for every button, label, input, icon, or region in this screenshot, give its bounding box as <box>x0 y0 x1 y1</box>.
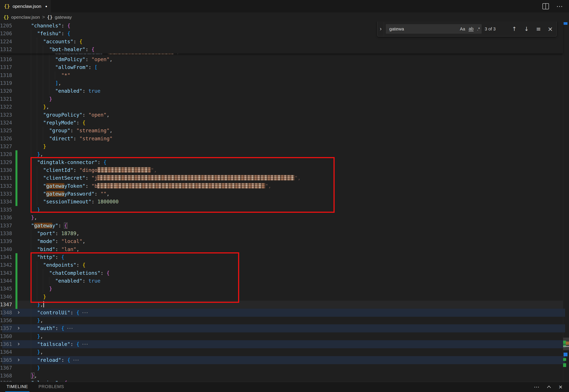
code-line-1316[interactable]: 1316"dmPolicy": "open", <box>0 56 563 64</box>
code-line-1325[interactable]: 1325"group": "streaming", <box>0 126 563 135</box>
code-line-1368[interactable]: 1368}, <box>0 372 563 380</box>
line-number[interactable]: 1335 <box>0 206 11 214</box>
split-editor-icon[interactable] <box>542 3 549 9</box>
code-line-1348[interactable]: 1348›"controlUi": {··· <box>0 309 563 317</box>
line-number[interactable]: 1329 <box>0 158 11 166</box>
code-line-1365[interactable]: 1365›"reload": {··· <box>0 356 563 364</box>
code-line-1338[interactable]: 1338"port": 18789, <box>0 229 563 238</box>
line-number[interactable]: 1320 <box>0 87 11 95</box>
line-number[interactable]: 1323 <box>0 111 11 119</box>
maximize-panel-icon[interactable] <box>546 385 552 389</box>
panel-tab-problems[interactable]: PROBLEMS <box>37 382 66 392</box>
line-number[interactable]: 1364 <box>0 348 11 356</box>
next-match-button[interactable]: ↓ <box>522 25 531 33</box>
code-line-1356[interactable]: 1356}, <box>0 317 563 324</box>
whole-word-button[interactable]: ab <box>469 27 473 31</box>
line-number[interactable]: 1346 <box>0 293 11 301</box>
line-number[interactable]: 1331 <box>0 174 11 182</box>
code-line-1326[interactable]: 1326"direct": "streaming" <box>0 135 563 143</box>
line-number[interactable]: 1367 <box>0 364 11 372</box>
line-number[interactable]: 1334 <box>0 198 11 206</box>
code-line-1336[interactable]: 1336}, <box>0 214 563 222</box>
line-number[interactable]: 1348 <box>0 309 11 317</box>
line-number[interactable]: 1336 <box>0 214 11 222</box>
code-line-1320[interactable]: 1320"enabled": true <box>0 87 563 95</box>
line-number[interactable]: 1328 <box>0 150 11 158</box>
line-number[interactable]: 1317 <box>0 63 11 71</box>
overview-ruler[interactable] <box>563 22 569 382</box>
close-find-button[interactable]: × <box>546 25 555 33</box>
more-actions-icon[interactable]: ⋯ <box>556 3 563 10</box>
code-line-1357[interactable]: 1357›"auth": {··· <box>0 324 563 332</box>
panel-more-actions-icon[interactable]: ⋯ <box>534 384 539 391</box>
line-number[interactable]: 1312 <box>0 45 11 53</box>
line-number[interactable]: 1332 <box>0 182 11 190</box>
code-line-1324[interactable]: 1324"replyMode": { <box>0 119 563 127</box>
line-number[interactable]: 1206 <box>0 29 11 37</box>
previous-match-button[interactable]: ↑ <box>510 25 519 33</box>
line-number[interactable]: 1338 <box>0 229 11 237</box>
code-line-1224[interactable]: 1224"accounts": { <box>0 38 563 46</box>
line-number[interactable]: 1327 <box>0 142 11 150</box>
line-number[interactable]: 1356 <box>0 317 11 324</box>
line-number[interactable]: 1316 <box>0 56 11 63</box>
fold-chevron-icon[interactable]: › <box>17 324 20 332</box>
code-line-1322[interactable]: 1322}, <box>0 103 563 111</box>
code-line-1317[interactable]: 1317"allowFrom": [ <box>0 63 563 71</box>
close-panel-icon[interactable]: × <box>558 383 562 391</box>
code-line-1319[interactable]: 1319], <box>0 79 563 87</box>
code-line-1312[interactable]: 1312"bot-healer": { <box>0 45 563 54</box>
find-input-box[interactable]: Aa ab .* <box>386 24 482 34</box>
line-number[interactable]: 1205 <box>0 22 11 29</box>
line-number[interactable]: 1224 <box>0 38 11 45</box>
panel-tab-timeline[interactable]: TIMELINE <box>5 382 30 392</box>
line-number[interactable]: 1324 <box>0 119 11 126</box>
line-number[interactable]: 1340 <box>0 245 11 253</box>
line-number[interactable]: 1357 <box>0 324 11 332</box>
code-line-1337[interactable]: 1337"gateway": { <box>0 222 563 230</box>
regex-button[interactable]: .* <box>477 27 480 31</box>
line-number[interactable]: 1337 <box>0 222 11 229</box>
line-number[interactable]: 1341 <box>0 253 11 261</box>
line-number[interactable]: 1361 <box>0 340 11 348</box>
line-number[interactable]: 1321 <box>0 95 11 103</box>
line-number[interactable]: 1330 <box>0 166 11 174</box>
line-number[interactable]: 1368 <box>0 372 11 380</box>
fold-chevron-icon[interactable]: › <box>17 308 20 316</box>
code-line-1369[interactable]: 1369"plugins": { <box>0 380 563 382</box>
line-number[interactable]: 1360 <box>0 332 11 340</box>
code-line-1361[interactable]: 1361›"tailscale": {··· <box>0 340 563 348</box>
code-line-1360[interactable]: 1360}, <box>0 332 563 340</box>
code-line-partial[interactable]: : ", <box>0 54 563 56</box>
match-case-button[interactable]: Aa <box>460 27 465 31</box>
modified-indicator-icon[interactable]: ● <box>45 4 47 8</box>
breadcrumb-symbol[interactable]: gateway <box>55 14 72 20</box>
line-number[interactable]: 1333 <box>0 190 11 198</box>
find-in-selection-button[interactable]: ≡ <box>534 25 543 33</box>
breadcrumb-file[interactable]: openclaw.json <box>11 14 40 20</box>
line-number[interactable]: 1369 <box>0 380 11 382</box>
line-number[interactable]: 1319 <box>0 79 11 87</box>
line-number[interactable]: 1326 <box>0 135 11 142</box>
code-line-1327[interactable]: 1327} <box>0 142 563 151</box>
toggle-replace-icon[interactable]: › <box>377 22 384 36</box>
line-number[interactable]: 1322 <box>0 103 11 111</box>
line-number[interactable]: 1325 <box>0 126 11 134</box>
code-line-1318[interactable]: 1318"*" <box>0 71 563 79</box>
line-number[interactable]: 1347 <box>0 301 11 308</box>
code-line-1323[interactable]: 1323"groupPolicy": "open", <box>0 111 563 119</box>
code-line-1364[interactable]: 1364}, <box>0 348 563 356</box>
fold-chevron-icon[interactable]: › <box>17 340 20 348</box>
code-line-1321[interactable]: 1321} <box>0 95 563 103</box>
code-line-1339[interactable]: 1339"mode": "local", <box>0 237 563 245</box>
line-number[interactable]: 1339 <box>0 237 11 245</box>
line-number[interactable]: 1343 <box>0 269 11 277</box>
line-number[interactable]: 1342 <box>0 261 11 269</box>
line-number[interactable]: 1365 <box>0 356 11 364</box>
code-line-1367[interactable]: 1367} <box>0 364 563 372</box>
tab-openclaw-json[interactable]: {} openclaw.json ● <box>0 0 51 12</box>
fold-chevron-icon[interactable]: › <box>17 356 20 364</box>
line-number[interactable]: 1318 <box>0 71 11 79</box>
line-number[interactable]: 1344 <box>0 277 11 285</box>
search-input[interactable] <box>389 26 456 32</box>
